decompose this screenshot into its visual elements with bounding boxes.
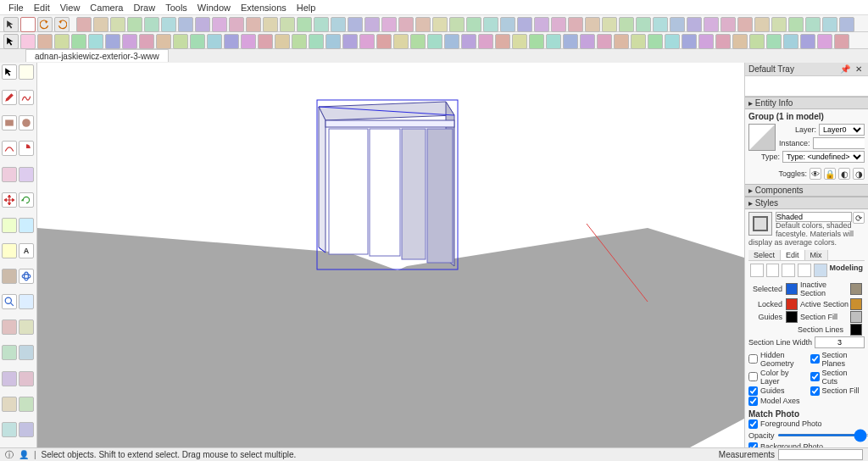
toolbar1-btn-40[interactable] bbox=[754, 17, 770, 32]
toolbar1-btn-39[interactable] bbox=[737, 17, 753, 32]
select-tool-icon[interactable] bbox=[3, 34, 19, 49]
section-fill-swatch[interactable] bbox=[850, 311, 862, 323]
menu-edit[interactable]: Edit bbox=[29, 2, 55, 14]
toolbar2-btn-10[interactable] bbox=[207, 34, 222, 49]
toolbar2-btn-1[interactable] bbox=[54, 34, 70, 49]
toolbar1-btn-10[interactable] bbox=[246, 17, 261, 32]
toolbar1-btn-16[interactable] bbox=[348, 17, 363, 32]
toolbar2-btn-32[interactable] bbox=[580, 34, 595, 49]
toolbar2-btn-22[interactable] bbox=[410, 34, 426, 49]
toolbar1-btn-41[interactable] bbox=[771, 17, 787, 32]
side-zoom-icon[interactable] bbox=[2, 294, 17, 309]
toolbar2-btn-26[interactable] bbox=[478, 34, 493, 49]
side-misc-9[interactable] bbox=[19, 422, 34, 437]
toolbar2-btn-20[interactable] bbox=[376, 34, 392, 49]
redo-icon[interactable] bbox=[54, 17, 70, 32]
menu-extensions[interactable]: Extensions bbox=[236, 2, 292, 14]
toolbar2-btn-12[interactable] bbox=[241, 34, 256, 49]
toolbar2-btn-38[interactable] bbox=[682, 34, 697, 49]
toolbar1-btn-5[interactable] bbox=[161, 17, 176, 32]
toolbar1-btn-14[interactable] bbox=[314, 17, 329, 32]
toolbar1-btn-20[interactable] bbox=[415, 17, 431, 32]
styles-header[interactable]: ▸ Styles bbox=[745, 197, 868, 209]
toolbar2-btn-34[interactable] bbox=[614, 34, 629, 49]
side-pan-icon[interactable] bbox=[19, 294, 34, 309]
tray-pin-icon[interactable]: 📌 bbox=[837, 64, 853, 74]
toolbar1-btn-28[interactable] bbox=[551, 17, 566, 32]
toolbar1-btn-17[interactable] bbox=[364, 17, 380, 32]
active-section-swatch[interactable] bbox=[850, 298, 862, 310]
model-tab[interactable]: adnan-jaskiewicz-exterior-3-www bbox=[25, 49, 169, 62]
styles-tab-mix[interactable]: Mix bbox=[805, 250, 828, 260]
toolbar2-btn-30[interactable] bbox=[546, 34, 561, 49]
locked-color-swatch[interactable] bbox=[786, 298, 798, 310]
toggle-visible-icon[interactable]: 👁 bbox=[810, 168, 821, 180]
chk-color-layer[interactable] bbox=[748, 372, 758, 381]
menu-camera[interactable]: Camera bbox=[85, 2, 128, 14]
toolbar2-btn-42[interactable] bbox=[749, 34, 765, 49]
toolbar1-btn-22[interactable] bbox=[449, 17, 465, 32]
toolbar1-btn-18[interactable] bbox=[381, 17, 397, 32]
side-pencil-icon[interactable] bbox=[2, 90, 17, 105]
toolbar2-btn-5[interactable] bbox=[122, 34, 137, 49]
layer-select[interactable]: Layer0 bbox=[819, 124, 865, 136]
menu-window[interactable]: Window bbox=[192, 2, 236, 14]
menu-help[interactable]: Help bbox=[292, 2, 321, 14]
toolbar1-btn-38[interactable] bbox=[721, 17, 736, 32]
toolbar1-btn-26[interactable] bbox=[517, 17, 532, 32]
toolbar1-btn-34[interactable] bbox=[653, 17, 668, 32]
toolbar2-btn-7[interactable] bbox=[156, 34, 171, 49]
chk-guides[interactable] bbox=[748, 386, 758, 396]
side-followme-icon[interactable] bbox=[19, 218, 34, 233]
side-orbit-icon[interactable] bbox=[19, 269, 34, 284]
toolbar1-btn-9[interactable] bbox=[229, 17, 244, 32]
toolbar1-btn-21[interactable] bbox=[432, 17, 448, 32]
side-misc-3[interactable] bbox=[19, 345, 34, 360]
toolbar1-btn-25[interactable] bbox=[500, 17, 515, 32]
side-misc-4[interactable] bbox=[2, 371, 17, 386]
undo-icon[interactable] bbox=[37, 17, 53, 32]
toolbar1-btn-33[interactable] bbox=[636, 17, 651, 32]
toolbar2-btn-19[interactable] bbox=[359, 34, 375, 49]
toolbar2-btn-23[interactable] bbox=[427, 34, 442, 49]
toolbar2-btn-25[interactable] bbox=[461, 34, 476, 49]
side-circle-icon[interactable] bbox=[19, 115, 34, 131]
chk-section-cuts[interactable] bbox=[810, 372, 820, 381]
side-scale-icon[interactable] bbox=[2, 218, 17, 233]
toolbar2-btn-43[interactable] bbox=[766, 34, 782, 49]
toolbar2-btn-3[interactable] bbox=[88, 34, 103, 49]
edge-settings-icon[interactable] bbox=[750, 264, 764, 277]
toolbar2-btn-41[interactable] bbox=[732, 34, 748, 49]
toolbar1-btn-32[interactable] bbox=[619, 17, 634, 32]
toolbar2-btn-47[interactable] bbox=[834, 34, 849, 49]
chk-section-planes[interactable] bbox=[810, 354, 820, 364]
box-icon[interactable] bbox=[20, 17, 36, 32]
toggle-lock-icon[interactable]: 🔒 bbox=[824, 168, 836, 180]
section-lines-swatch[interactable] bbox=[850, 324, 862, 336]
toolbar1-btn-13[interactable] bbox=[297, 17, 312, 32]
toolbar1-btn-7[interactable] bbox=[195, 17, 210, 32]
style-update-icon[interactable]: ⟳ bbox=[853, 212, 865, 224]
toolbar2-btn-14[interactable] bbox=[275, 34, 290, 49]
toolbar1-btn-15[interactable] bbox=[331, 17, 346, 32]
inactive-section-swatch[interactable] bbox=[850, 283, 862, 295]
toolbar2-btn-9[interactable] bbox=[190, 34, 205, 49]
toolbar1-btn-6[interactable] bbox=[178, 17, 193, 32]
side-component-icon[interactable] bbox=[19, 64, 34, 80]
status-info-icon[interactable]: ⓘ bbox=[5, 449, 14, 461]
selected-color-swatch[interactable] bbox=[786, 283, 798, 295]
bg-settings-icon[interactable] bbox=[782, 264, 795, 277]
side-misc-2[interactable] bbox=[2, 345, 17, 360]
toolbar2-btn-0[interactable] bbox=[37, 34, 53, 49]
watermark-settings-icon[interactable] bbox=[798, 264, 811, 277]
side-misc-0[interactable] bbox=[2, 319, 17, 335]
side-move-icon[interactable] bbox=[2, 192, 17, 208]
toolbar1-btn-12[interactable] bbox=[280, 17, 295, 32]
side-select-icon[interactable] bbox=[2, 64, 17, 80]
toolbar1-btn-4[interactable] bbox=[144, 17, 159, 32]
toolbar2-btn-45[interactable] bbox=[800, 34, 815, 49]
styles-tab-edit[interactable]: Edit bbox=[781, 250, 805, 260]
toolbar2-btn-36[interactable] bbox=[648, 34, 663, 49]
toolbar2-btn-8[interactable] bbox=[173, 34, 188, 49]
side-misc-1[interactable] bbox=[19, 319, 34, 335]
